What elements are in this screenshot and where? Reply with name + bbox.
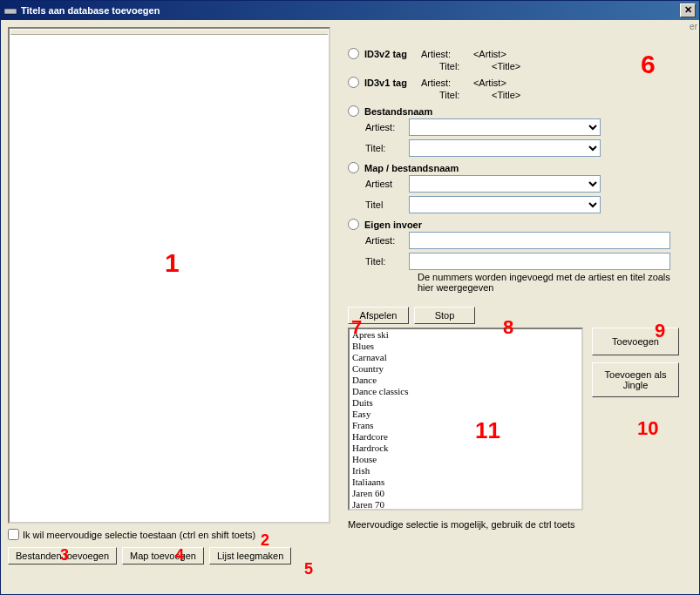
file-list-header [10,30,328,35]
clear-list-button[interactable]: Lijst leegmaken [209,547,291,565]
add-folder-button[interactable]: Map toevoegen [122,547,204,565]
own-input-hint: De nummers worden ingevoegd met de artie… [418,272,679,293]
own-artist-label: Artiest: [365,235,409,246]
list-item[interactable]: Dance [350,375,581,386]
radio-folder-filename-label: Map / bestandsnaam [364,163,459,173]
add-jingle-button[interactable]: Toevoegen als Jingle [592,362,679,397]
list-item[interactable]: Irish [350,465,581,477]
list-item[interactable]: Jaren 70 [350,499,581,510]
radio-filename[interactable] [348,105,359,117]
svg-rect-0 [4,9,17,14]
id3v1-title-label: Titel: [439,90,492,100]
list-item[interactable]: Hardcore [350,431,581,443]
genre-list[interactable]: Apres skiBluesCarnavalCountryDanceDance … [348,328,583,510]
multi-select-checkbox[interactable] [8,529,19,540]
list-item[interactable]: Italiaans [350,477,581,488]
list-item[interactable]: House [350,454,581,465]
folder-title-select[interactable] [409,196,601,213]
window-title: Titels aan database toevoegen [21,5,160,16]
add-button[interactable]: Toevoegen [592,328,679,355]
add-files-button[interactable]: Bestanden toevoegen [8,547,117,565]
list-item[interactable]: Frans [350,420,581,431]
multi-select-checkbox-row[interactable]: Ik wil meervoudige selectie toestaan (ct… [8,529,330,540]
id3v1-artist-label: Artiest: [421,78,473,88]
titlebar: Titels aan database toevoegen ✕ [1,1,699,20]
id3v2-artist-value: <Artist> [473,49,578,59]
own-artist-input[interactable] [409,232,670,249]
file-list[interactable] [8,27,330,524]
app-icon [4,4,17,17]
radio-id3v1[interactable] [348,77,359,88]
svg-rect-1 [4,6,17,9]
id3v2-title-value: <Title> [492,61,596,71]
filename-title-label: Titel: [365,143,409,153]
radio-folder-filename[interactable] [348,162,359,173]
id3v1-title-value: <Title> [492,90,596,100]
list-item[interactable]: Dance classics [350,386,581,397]
multi-select-hint: Meervoudige selectie is mogelijk, gebrui… [348,519,679,530]
filename-artist-select[interactable] [409,118,601,136]
id3v2-artist-label: Artiest: [421,49,473,59]
list-item[interactable]: Duits [350,397,581,409]
multi-select-label: Ik wil meervoudige selectie toestaan (ct… [23,530,255,540]
radio-own-input-label: Eigen invoer [364,220,422,230]
radio-id3v2-label: ID3v2 tag [364,49,407,59]
folder-artist-select[interactable] [409,175,601,193]
own-title-label: Titel: [365,256,409,267]
radio-id3v1-label: ID3v1 tag [364,78,407,88]
close-button[interactable]: ✕ [680,3,696,17]
own-title-input[interactable] [409,253,670,270]
list-item[interactable]: Easy [350,409,581,420]
window: Titels aan database toevoegen ✕ er Ik wi… [0,0,700,595]
filename-title-select[interactable] [409,139,601,157]
list-item[interactable]: Country [350,363,581,375]
id3v2-title-label: Titel: [439,61,492,71]
list-item[interactable]: Carnaval [350,352,581,363]
play-button[interactable]: Afspelen [348,307,409,324]
radio-filename-label: Bestandsnaam [364,106,432,117]
list-item[interactable]: Apres ski [350,329,581,341]
folder-artist-label: Artiest [365,179,409,189]
list-item[interactable]: Blues [350,341,581,352]
list-item[interactable]: Jaren 60 [350,488,581,499]
id3v1-artist-value: <Artist> [473,78,578,88]
stop-button[interactable]: Stop [414,307,475,324]
radio-own-input[interactable] [348,219,359,230]
list-item[interactable]: Hardrock [350,443,581,454]
radio-id3v2[interactable] [348,48,359,59]
folder-title-label: Titel [365,199,409,210]
filename-artist-label: Artiest: [365,122,409,132]
